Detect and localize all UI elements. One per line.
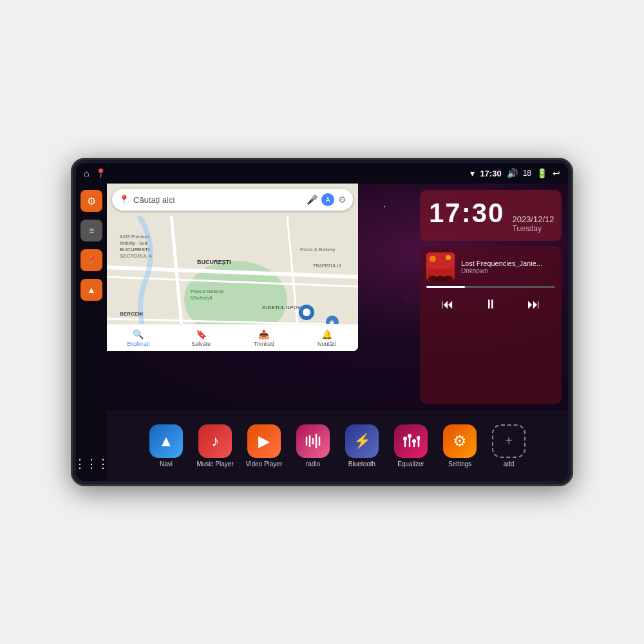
bluetooth-icon: ⚡ — [345, 424, 379, 458]
user-avatar[interactable]: A — [321, 193, 334, 206]
maps-status-icon: 📍 — [95, 168, 106, 178]
svg-point-41 — [417, 436, 420, 440]
right-panel: 17:30 2023/12/12 Tuesday — [413, 184, 568, 410]
radio-icon — [296, 424, 330, 458]
back-icon[interactable]: ↩ — [553, 168, 560, 178]
video-player-icon: ▶ — [247, 424, 281, 458]
radio-waveform-svg — [304, 432, 322, 450]
grid-icon: ⋮⋮⋮ — [76, 457, 109, 471]
music-player-icon: ♪ — [198, 424, 232, 458]
app-dock: ▲ Navi ♪ Music Player ▶ V — [107, 410, 568, 481]
battery-icon: 🔋 — [536, 168, 547, 178]
settings-app-icon: ⚙ — [443, 424, 477, 458]
svg-point-37 — [408, 434, 412, 438]
sidebar-maps-btn[interactable]: 📍 — [80, 249, 102, 271]
status-bar: ⌂ 📍 ▾ 17:30 🔊 18 🔋 ↩ — [76, 163, 568, 184]
status-badge-18: 18 — [523, 169, 531, 178]
svg-text:SECTORUL 4: SECTORUL 4 — [120, 253, 152, 259]
volume-icon: 🔊 — [507, 168, 518, 178]
nav-arrow-icon: ▲ — [87, 285, 96, 295]
app-settings[interactable]: ⚙ Settings — [437, 424, 483, 468]
app-video-player[interactable]: ▶ Video Player — [241, 424, 287, 468]
music-progress-fill — [426, 286, 465, 288]
app-navi[interactable]: ▲ Navi — [143, 424, 189, 468]
sidebar-nav-btn[interactable]: ▲ — [80, 279, 102, 301]
add-icon: + — [492, 424, 526, 458]
home-icon: ⌂ — [84, 168, 89, 178]
clock-date-day: Tuesday — [512, 224, 554, 233]
map-tab-explorați[interactable]: 🔍 Explorați — [107, 329, 170, 347]
map-tab-label-2: Salvate — [191, 341, 211, 347]
saved-icon: 🔖 — [196, 329, 207, 339]
center-area: 📍 Căutați aici 🎤 A ⚙ — [107, 184, 568, 481]
more-icon[interactable]: ⚙ — [338, 194, 346, 205]
sidebar-files-btn[interactable]: ≡ — [80, 220, 102, 242]
clock-date-main: 2023/12/12 — [512, 214, 554, 224]
svg-point-27 — [430, 256, 436, 262]
map-search-text[interactable]: Căutați aici — [133, 195, 303, 205]
app-music-player[interactable]: ♪ Music Player — [192, 424, 238, 468]
app-radio[interactable]: radio — [290, 424, 336, 468]
svg-text:TRAPEZULUI: TRAPEZULUI — [313, 263, 341, 268]
app-add-label: add — [504, 460, 515, 468]
clock-time: 17:30 — [429, 198, 504, 229]
svg-text:Mobility - Sud: Mobility - Sud — [120, 241, 147, 246]
clock-date: 2023/12/12 Tuesday — [512, 214, 554, 233]
sidebar-settings-btn[interactable]: ⚙ — [80, 190, 102, 212]
device: ⌂ 📍 ▾ 17:30 🔊 18 🔋 ↩ ⚙ ≡ — [71, 158, 573, 486]
music-progress-bar[interactable] — [426, 286, 555, 288]
map-background: 📍 Căutați aici 🎤 A ⚙ — [107, 184, 358, 351]
content-row: 📍 Căutați aici 🎤 A ⚙ — [107, 184, 568, 410]
svg-text:Parcul Natural: Parcul Natural — [191, 289, 223, 294]
svg-text:BERCENI: BERCENI — [120, 311, 143, 317]
music-prev-btn[interactable]: ⏮ — [436, 294, 459, 314]
music-artist: Unknown — [461, 267, 555, 274]
map-tab-label-1: Explorați — [127, 341, 149, 347]
svg-text:JUDEȚUL ILFOV: JUDEȚUL ILFOV — [261, 305, 301, 310]
music-controls: ⏮ ⏸ ⏭ — [426, 294, 555, 314]
app-bluetooth[interactable]: ⚡ Bluetooth — [339, 424, 385, 468]
sidebar-apps-btn[interactable]: ⋮⋮⋮ — [80, 453, 102, 475]
music-pause-btn[interactable]: ⏸ — [479, 294, 502, 314]
svg-text:Pizza & Bakery: Pizza & Bakery — [300, 247, 335, 252]
app-bluetooth-label: Bluetooth — [348, 460, 375, 468]
map-tab-label-4: Noutăți — [317, 341, 336, 347]
music-track-row: Lost Frequencies_Janie... Unknown — [426, 252, 555, 281]
svg-text:Văcărești: Văcărești — [191, 295, 213, 301]
share-icon: 📤 — [258, 329, 269, 339]
svg-text:AXIS Premium: AXIS Premium — [120, 234, 149, 239]
app-add[interactable]: + add — [486, 424, 532, 468]
app-equalizer[interactable]: Equalizer — [388, 424, 434, 468]
svg-point-19 — [303, 308, 310, 316]
clock-row: 17:30 2023/12/12 Tuesday — [429, 198, 553, 233]
music-next-btn[interactable]: ⏭ — [522, 294, 545, 314]
status-left-icons: ⌂ 📍 — [84, 168, 106, 178]
map-search-bar[interactable]: 📍 Căutați aici 🎤 A ⚙ — [112, 189, 353, 211]
google-maps-icon: 📍 — [118, 194, 129, 205]
app-video-label: Video Player — [246, 460, 283, 468]
map-tab-trimiteți[interactable]: 📤 Trimiteți — [232, 329, 296, 347]
main-content: ⚙ ≡ 📍 ▲ ⋮⋮⋮ — [76, 184, 568, 481]
album-art — [426, 252, 455, 281]
map-widget[interactable]: 📍 Căutați aici 🎤 A ⚙ — [107, 184, 358, 351]
svg-text:BUCUREȘTI: BUCUREȘTI — [120, 247, 149, 252]
mic-icon[interactable]: 🎤 — [307, 194, 317, 205]
app-settings-label: Settings — [448, 460, 471, 468]
map-bottom-bar: 🔍 Explorați 🔖 Salvate 📤 Trimiteți — [107, 324, 358, 351]
clock-widget: 17:30 2023/12/12 Tuesday — [420, 190, 562, 241]
map-tab-salvate[interactable]: 🔖 Salvate — [170, 329, 233, 347]
svg-point-39 — [412, 439, 416, 443]
app-eq-label: Equalizer — [397, 460, 424, 468]
navi-icon: ▲ — [149, 424, 183, 458]
news-icon: 🔔 — [321, 329, 332, 339]
wifi-icon: ▾ — [470, 168, 475, 178]
status-right-icons: ▾ 17:30 🔊 18 🔋 ↩ — [470, 168, 560, 178]
map-tab-noutăți[interactable]: 🔔 Noutăți — [296, 329, 359, 347]
music-widget: Lost Frequencies_Janie... Unknown ⏮ ⏸ ⏭ — [420, 246, 562, 404]
settings-icon: ⚙ — [87, 195, 96, 207]
status-time: 17:30 — [480, 169, 501, 178]
music-info: Lost Frequencies_Janie... Unknown — [461, 260, 555, 274]
music-title: Lost Frequencies_Janie... — [461, 260, 555, 267]
map-pin-icon: 📍 — [86, 255, 97, 265]
files-icon: ≡ — [89, 225, 94, 236]
